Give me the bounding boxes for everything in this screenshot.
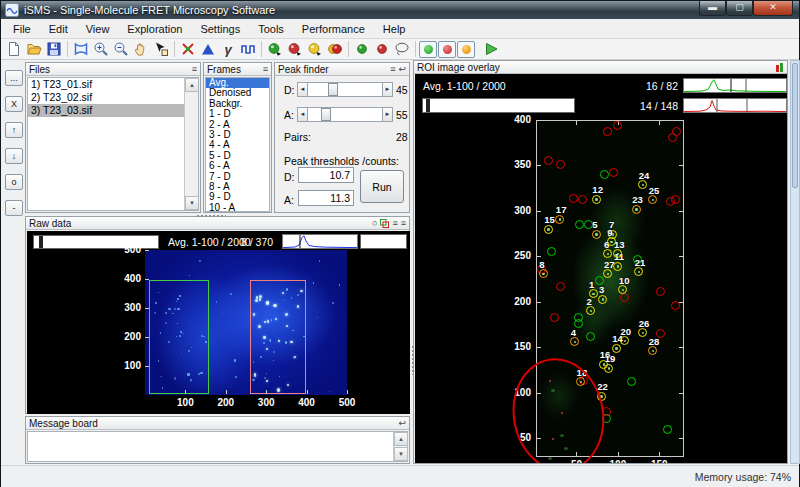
red-green-bars-icon[interactable] <box>776 63 784 72</box>
fluorophore-spot <box>290 341 293 344</box>
find-pairs-icon[interactable] <box>305 40 325 59</box>
d-threshold-input[interactable] <box>298 167 354 183</box>
red-marker-icon[interactable] <box>372 40 392 59</box>
toggle-red-peaks-button[interactable] <box>438 41 456 58</box>
files-listbox[interactable]: 1) T23_01.sif2) T23_02.sif3) T23_03.sif … <box>27 77 199 211</box>
menu-exploration[interactable]: Exploration <box>118 20 191 38</box>
pair-number-label: 28 <box>649 336 660 347</box>
raw-data-title: Raw data <box>29 218 369 229</box>
scrollbar-thumb[interactable] <box>792 63 798 188</box>
maximize-button[interactable]: ▢ <box>726 1 753 16</box>
toggle-green-peaks-button[interactable] <box>419 41 437 58</box>
move-down-button[interactable]: ↓ <box>5 148 23 164</box>
toggle-pairs-button[interactable] <box>457 41 475 58</box>
menu-help[interactable]: Help <box>374 20 415 38</box>
raw-image[interactable] <box>145 250 347 395</box>
gamma-correction-icon[interactable]: γ <box>218 40 238 59</box>
window-scrollbar[interactable] <box>790 60 800 464</box>
minimize-button[interactable]: ▬ <box>699 1 726 16</box>
frame-list-item[interactable]: 10 - A <box>206 203 269 212</box>
fluorophore-spot <box>270 340 271 341</box>
slider-left-arrow-icon[interactable]: ◄ <box>297 107 308 122</box>
slider-thumb[interactable] <box>321 108 331 121</box>
zero-button[interactable]: o <box>5 174 23 190</box>
menu-file[interactable]: File <box>4 20 40 38</box>
undock-icon[interactable]: ↩ <box>398 418 406 428</box>
zoom-in-icon[interactable] <box>91 40 111 59</box>
data-cursor-icon[interactable] <box>151 40 171 59</box>
files-scrollbar[interactable]: ▲ ▼ <box>184 78 198 210</box>
green-marker-icon[interactable] <box>352 40 372 59</box>
slider-thumb[interactable] <box>39 236 43 248</box>
panel-menu-icon[interactable]: ≡ <box>192 64 197 74</box>
panel-menu-icon[interactable]: ≡ <box>392 218 397 228</box>
slider-right-arrow-icon[interactable]: ► <box>382 82 393 97</box>
scroll-up-icon[interactable]: ▲ <box>185 78 199 92</box>
peak-finder-icon[interactable] <box>198 40 218 59</box>
tick <box>537 211 541 212</box>
slider-right-arrow-icon[interactable]: ► <box>382 107 393 122</box>
panel-menu-icon[interactable]: ≡ <box>401 218 406 228</box>
file-list-item[interactable]: 3) T23_03.sif <box>28 104 198 117</box>
fluorophore-spot <box>190 379 192 381</box>
a-threshold-input[interactable] <box>298 190 354 206</box>
pulse-trace-icon[interactable] <box>238 40 258 59</box>
menu-view[interactable]: View <box>77 20 119 38</box>
message-scrollbar[interactable]: ▲ ▼ <box>393 432 407 461</box>
minus-button[interactable]: - <box>5 200 23 216</box>
find-green-peaks-icon[interactable] <box>265 40 285 59</box>
find-all-icon[interactable] <box>325 40 345 59</box>
raw-data-canvas[interactable]: Avg. 1-100 / 2000 8 / 370 50040030020010… <box>27 231 410 414</box>
slider-thumb[interactable] <box>328 83 338 96</box>
pair-center-dot <box>547 228 550 231</box>
add-file-button[interactable]: ... <box>5 70 23 86</box>
file-list-item[interactable]: 1) T23_01.sif <box>28 78 198 91</box>
tick <box>226 390 227 394</box>
panel-menu-icon[interactable]: ≡ <box>390 64 395 74</box>
close-button[interactable]: ✕ <box>753 1 793 16</box>
frame-list-item[interactable]: 1 - D <box>206 109 269 119</box>
roi-pair-icon[interactable] <box>380 219 389 228</box>
save-icon[interactable] <box>44 40 64 59</box>
remove-file-button[interactable]: X <box>5 96 23 112</box>
panel-menu-icon[interactable]: ≡ <box>263 64 268 74</box>
splitter-handle[interactable] <box>411 345 414 375</box>
menu-performance[interactable]: Performance <box>293 20 374 38</box>
raw-range-box[interactable] <box>360 234 407 249</box>
scroll-down-icon[interactable]: ▼ <box>185 196 199 210</box>
roi-frame-slider[interactable] <box>422 98 575 113</box>
undock-icon[interactable]: ↩ <box>398 64 406 74</box>
client-area: ...X↑↓o- Files ≡ 1) T23_01.sif2) T23_02.… <box>1 60 799 465</box>
menu-settings[interactable]: Settings <box>191 20 249 38</box>
reset-view-icon[interactable] <box>71 40 91 59</box>
find-red-peaks-icon[interactable] <box>285 40 305 59</box>
message-board-text[interactable]: ▲ ▼ <box>27 431 408 462</box>
splitter-handle[interactable] <box>196 214 226 217</box>
pan-hand-icon[interactable] <box>131 40 151 59</box>
green-intensity-histogram[interactable] <box>683 78 787 93</box>
slider-left-arrow-icon[interactable]: ◄ <box>297 82 308 97</box>
raw-intensity-histogram[interactable] <box>282 234 358 249</box>
align-channels-icon[interactable] <box>178 40 198 59</box>
menu-tools[interactable]: Tools <box>249 20 293 38</box>
scroll-down-icon[interactable]: ▼ <box>394 447 408 461</box>
move-up-button[interactable]: ↑ <box>5 122 23 138</box>
open-folder-icon[interactable] <box>24 40 44 59</box>
slider-thumb[interactable] <box>426 99 430 112</box>
pair-center-dot <box>635 208 638 211</box>
run-button[interactable]: Run <box>360 170 404 203</box>
a-threshold-slider[interactable]: ◄ ► <box>297 107 393 122</box>
zoom-out-icon[interactable] <box>111 40 131 59</box>
play-icon[interactable] <box>481 40 501 59</box>
roi-overlay-canvas[interactable]: Avg. 1-100 / 2000 16 / 82 14 / 148 <box>415 74 787 463</box>
file-list-item[interactable]: 2) T23_02.sif <box>28 91 198 104</box>
frames-listbox[interactable]: Avg.DenoisedBackgr.1 - D2 - A3 - D4 - A5… <box>205 77 270 212</box>
menu-edit[interactable]: Edit <box>40 20 77 38</box>
circle-icon[interactable]: ○ <box>372 218 377 228</box>
d-threshold-slider[interactable]: ◄ ► <box>297 82 393 97</box>
red-intensity-histogram[interactable] <box>683 98 787 113</box>
scroll-up-icon[interactable]: ▲ <box>394 432 408 446</box>
new-file-icon[interactable] <box>4 40 24 59</box>
frame-list-item[interactable]: 6 - A <box>206 161 269 171</box>
lasso-selection-icon[interactable] <box>392 40 412 59</box>
